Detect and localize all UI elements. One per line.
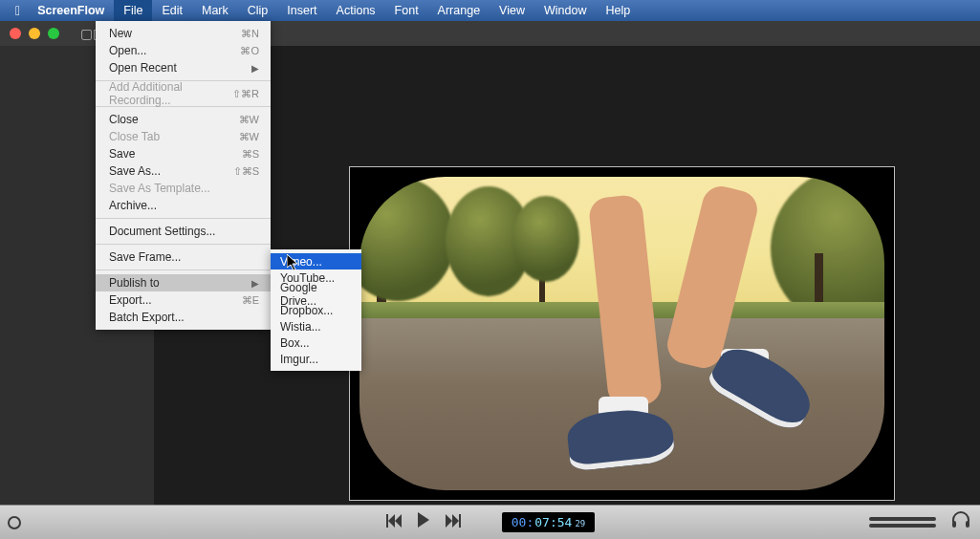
- shortcut: ⌘O: [240, 45, 259, 57]
- file-open[interactable]: Open... ⌘O: [96, 42, 271, 59]
- file-save-frame[interactable]: Save Frame...: [96, 248, 271, 266]
- timecode-display[interactable]: 00: 07:54 29: [502, 512, 595, 532]
- label: Save Frame...: [109, 250, 181, 264]
- label: Publish to: [109, 276, 160, 290]
- go-end-button[interactable]: [445, 514, 462, 530]
- label: Open Recent: [109, 61, 177, 75]
- app-name[interactable]: ScreenFlow: [28, 4, 114, 17]
- separator: [96, 270, 271, 270]
- shortcut: ⌘S: [242, 148, 259, 161]
- label: Save: [109, 147, 135, 161]
- file-open-recent[interactable]: Open Recent ▶: [96, 59, 271, 76]
- menu-font[interactable]: Font: [385, 0, 428, 21]
- menu-arrange[interactable]: Arrange: [428, 0, 490, 21]
- file-export[interactable]: Export... ⌘E: [96, 291, 271, 309]
- menu-mark[interactable]: Mark: [192, 0, 238, 21]
- menu-window[interactable]: Window: [534, 0, 596, 21]
- shortcut: ⌘N: [241, 28, 259, 40]
- transport-bar: 00: 07:54 29: [0, 505, 980, 539]
- shortcut: ⇧⌘S: [233, 165, 259, 178]
- svg-rect-1: [966, 521, 969, 528]
- shortcut: ⇧⌘R: [232, 88, 259, 100]
- separator: [96, 218, 271, 219]
- chevron-right-icon: ▶: [251, 278, 259, 289]
- menubar:  ScreenFlow File Edit Mark Clip Insert …: [0, 0, 980, 21]
- preview-frame[interactable]: [349, 166, 895, 501]
- play-button[interactable]: [416, 512, 431, 532]
- separator: [96, 244, 271, 245]
- file-save-template: Save As Template...: [96, 180, 271, 197]
- label: Save As Template...: [109, 182, 210, 195]
- chevron-right-icon: ▶: [251, 63, 259, 74]
- menu-insert[interactable]: Insert: [277, 0, 326, 21]
- zoom-window-icon[interactable]: [48, 28, 59, 39]
- shortcut: ⌘W: [239, 114, 259, 126]
- audio-meter-icon: [869, 517, 936, 528]
- file-new[interactable]: New ⌘N: [96, 25, 271, 42]
- preview-video: [359, 177, 884, 490]
- file-close-tab: Close Tab ⌘W: [96, 128, 271, 145]
- timecode-prefix: 00:: [512, 515, 534, 529]
- label: Save As...: [109, 164, 161, 178]
- label: Batch Export...: [109, 311, 185, 324]
- label: Export...: [109, 293, 152, 307]
- timecode-main: 07:54: [534, 515, 572, 529]
- label: New: [109, 27, 132, 40]
- publish-google-drive[interactable]: Google Drive...: [271, 286, 361, 302]
- label: Archive...: [109, 199, 157, 212]
- label: Close: [109, 113, 139, 126]
- file-add-recording: Add Additional Recording... ⇧⌘R: [96, 85, 271, 102]
- file-close[interactable]: Close ⌘W: [96, 111, 271, 128]
- file-batch-export[interactable]: Batch Export...: [96, 309, 271, 326]
- file-archive[interactable]: Archive...: [96, 197, 271, 214]
- scrub-knob-icon[interactable]: [8, 516, 21, 529]
- publish-submenu: Vimeo... YouTube... Google Drive... Drop…: [271, 249, 361, 371]
- label: Document Settings...: [109, 225, 215, 238]
- file-save[interactable]: Save ⌘S: [96, 145, 271, 162]
- shortcut: ⌘W: [239, 131, 259, 143]
- apple-logo-icon[interactable]: : [8, 3, 28, 18]
- minimize-window-icon[interactable]: [29, 28, 40, 39]
- publish-imgur[interactable]: Imgur...: [271, 351, 361, 367]
- file-menu-dropdown: New ⌘N Open... ⌘O Open Recent ▶ Add Addi…: [96, 21, 271, 330]
- close-window-icon[interactable]: [10, 28, 21, 39]
- headphones-icon[interactable]: [951, 511, 970, 533]
- menu-clip[interactable]: Clip: [238, 0, 278, 21]
- menu-view[interactable]: View: [490, 0, 534, 21]
- menu-help[interactable]: Help: [596, 0, 640, 21]
- go-start-button[interactable]: [385, 514, 403, 530]
- publish-vimeo[interactable]: Vimeo...: [271, 253, 361, 270]
- svg-rect-0: [952, 521, 956, 528]
- menu-actions[interactable]: Actions: [327, 0, 385, 21]
- label: Add Additional Recording...: [109, 80, 232, 107]
- menu-file[interactable]: File: [114, 0, 152, 21]
- file-document-settings[interactable]: Document Settings...: [96, 223, 271, 240]
- file-save-as[interactable]: Save As... ⇧⌘S: [96, 162, 271, 180]
- label: Close Tab: [109, 130, 160, 143]
- shortcut: ⌘E: [242, 294, 259, 307]
- timecode-frames: 29: [575, 519, 585, 528]
- publish-wistia[interactable]: Wistia...: [271, 318, 361, 334]
- menu-edit[interactable]: Edit: [152, 0, 192, 21]
- publish-box[interactable]: Box...: [271, 334, 361, 351]
- label: Open...: [109, 44, 146, 57]
- file-publish-to[interactable]: Publish to ▶: [96, 274, 271, 291]
